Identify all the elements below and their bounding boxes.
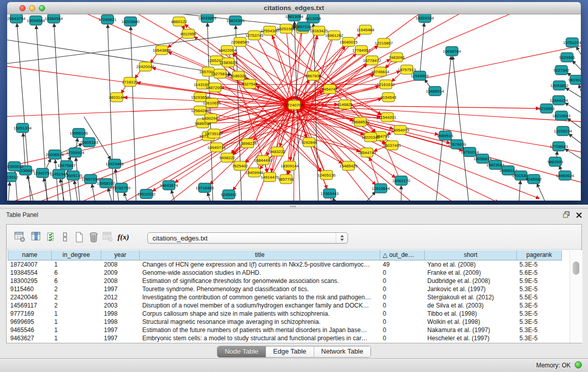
table-cell-name[interactable]: 9463627 — [8, 334, 52, 342]
network-node[interactable]: 15485914 — [426, 86, 444, 96]
network-node[interactable]: 12923465 — [105, 159, 124, 168]
table-cell-name[interactable]: 18724007 — [8, 260, 52, 269]
window-titlebar[interactable]: citations_edges.txt — [7, 2, 581, 14]
table-cell-out_de[interactable]: 49 — [380, 260, 425, 269]
network-node[interactable]: 11544909 — [411, 71, 429, 80]
scrollbar-thumb[interactable] — [573, 261, 579, 275]
network-node[interactable]: 15751074 — [563, 38, 581, 47]
network-node[interactable]: 7483093 — [388, 53, 405, 62]
table-cell-out_de[interactable]: 0 — [380, 277, 425, 285]
delete-table-button[interactable] — [88, 231, 100, 243]
table-row[interactable]: 1938455462009Genome-wide association stu… — [8, 269, 581, 277]
table-cell-out_de[interactable]: 0 — [380, 269, 425, 277]
table-cell-short[interactable]: Nakamura et al. (1997) — [425, 326, 517, 334]
table-cell-year[interactable]: 1997 — [101, 326, 140, 334]
network-node[interactable]: 20605163 — [80, 138, 98, 147]
table-row[interactable]: 969969511998Structural magnetic resonanc… — [8, 318, 581, 326]
network-node[interactable]: 16975887 — [57, 161, 76, 170]
table-row[interactable]: 1872400712008Changes of HCN gene express… — [8, 260, 581, 269]
table-cell-name[interactable]: 18300295 — [8, 277, 52, 285]
table-cell-out_de[interactable]: 0 — [380, 334, 425, 342]
column-header-pagerank[interactable]: pagerank — [517, 250, 562, 260]
table-cell-short[interactable]: Jankovic et al. (1997) — [425, 285, 517, 293]
network-node[interactable]: 9329966 — [559, 53, 575, 62]
table-row[interactable]: 1830029562008Estimation of significance … — [8, 277, 581, 285]
network-node[interactable]: 12610644 — [372, 184, 390, 193]
network-node[interactable]: 7857224 — [295, 22, 312, 31]
table-cell-title[interactable]: Structural magnetic resonance image aver… — [140, 318, 380, 326]
column-settings-button[interactable] — [30, 231, 42, 243]
table-cell-short[interactable]: Tibbo et al. (1998) — [425, 310, 517, 318]
network-node[interactable]: 9146821 — [337, 100, 353, 109]
table-cell-in_degree[interactable]: 1 — [52, 334, 101, 342]
network-node[interactable]: 9245402 — [221, 190, 237, 199]
panel-splitter[interactable] — [0, 205, 588, 208]
table-cell-title[interactable]: Changes of HCN gene expression and I(f) … — [140, 260, 380, 269]
table-cell-year[interactable]: 2012 — [101, 293, 140, 301]
table-cell-year[interactable]: 2009 — [101, 269, 140, 277]
network-node[interactable]: 11545488 — [357, 25, 375, 34]
table-cell-year[interactable]: 2003 — [101, 301, 140, 310]
table-cell-title[interactable]: Corpus callosum shape and size in male p… — [140, 310, 380, 318]
table-row[interactable]: 1456911722003Disruption of a novel membe… — [8, 301, 581, 310]
network-node[interactable]: 22068589 — [231, 37, 249, 47]
network-node[interactable]: 15824305 — [226, 16, 245, 25]
network-node[interactable]: 8454743 — [321, 84, 338, 94]
network-node[interactable]: 12093852 — [550, 81, 569, 90]
network-node[interactable]: 8186328 — [230, 71, 247, 80]
network-node[interactable]: 8912955 — [180, 29, 197, 38]
table-cell-year[interactable]: 1997 — [101, 285, 140, 293]
network-node[interactable]: 9857791 — [278, 174, 294, 184]
column-header-year[interactable]: year — [101, 250, 140, 260]
table-cell-year[interactable]: 1998 — [101, 318, 140, 326]
table-cell-name[interactable]: 9699695 — [8, 318, 52, 326]
column-header-name[interactable]: name — [8, 250, 52, 260]
table-cell-in_degree[interactable]: 6 — [52, 277, 101, 285]
network-node[interactable]: 22420046 — [136, 62, 155, 71]
table-row[interactable]: 911546021997Tourette syndrome. Phenomeno… — [8, 285, 581, 293]
table-cell-in_degree[interactable]: 6 — [52, 269, 101, 277]
table-cell-title[interactable]: Estimation of significance thresholds fo… — [140, 277, 380, 285]
table-cell-year[interactable]: 2008 — [101, 277, 140, 285]
network-node[interactable]: 18384564 — [45, 14, 63, 23]
network-node[interactable]: 11583612 — [220, 58, 238, 67]
network-node[interactable]: 19094568 — [27, 16, 45, 25]
network-node[interactable]: 9819024 — [568, 75, 581, 84]
table-cell-pagerank[interactable]: 5.3E-5 — [517, 301, 562, 310]
column-header-short[interactable]: short — [425, 250, 517, 260]
network-node[interactable]: 3915912 — [7, 172, 18, 182]
float-panel-icon[interactable] — [563, 211, 570, 220]
new-table-button[interactable] — [73, 231, 85, 243]
network-node[interactable]: 2803144 — [108, 93, 125, 102]
network-node[interactable]: 14954975 — [391, 125, 409, 135]
table-cell-out_de[interactable]: 0 — [380, 293, 425, 301]
network-node[interactable]: 17363443 — [320, 189, 339, 198]
network-node[interactable]: 16203660 — [121, 17, 140, 26]
table-cell-in_degree[interactable]: 1 — [52, 310, 101, 318]
table-cell-in_degree[interactable]: 1 — [52, 326, 101, 334]
table-cell-pagerank[interactable]: 5.6E-5 — [517, 269, 562, 277]
table-cell-title[interactable]: Tourette syndrome. Phenomenology and cla… — [140, 285, 380, 293]
table-cell-short[interactable]: Stergiakouli et al. (2012) — [425, 293, 517, 301]
table-cell-out_de[interactable]: 0 — [380, 318, 425, 326]
network-node[interactable]: 16033809 — [198, 14, 216, 23]
network-node[interactable]: 2718120 — [122, 77, 138, 86]
network-node[interactable]: 18324104 — [416, 14, 434, 23]
table-cell-name[interactable]: 14569117 — [8, 301, 52, 310]
table-cell-year[interactable]: 1998 — [101, 310, 140, 318]
network-node[interactable]: 9154543 — [380, 93, 397, 102]
network-node[interactable]: 15688520 — [351, 117, 369, 126]
network-node[interactable]: 18422004 — [218, 46, 236, 55]
table-cell-title[interactable]: Embryonic stem cells: a model to study s… — [140, 334, 380, 342]
table-cell-pagerank[interactable]: 5.3E-5 — [517, 285, 562, 293]
table-cell-title[interactable]: Investigating the contribution of common… — [140, 293, 380, 301]
column-header-title[interactable]: title — [140, 250, 380, 260]
close-panel-icon[interactable] — [576, 211, 582, 220]
network-node[interactable]: 15718485 — [195, 183, 214, 192]
table-cell-in_degree[interactable]: 2 — [52, 285, 101, 293]
network-node[interactable]: 16648784 — [443, 47, 461, 56]
network-node[interactable]: 19956106 — [70, 128, 88, 138]
select-columns-button[interactable] — [46, 231, 58, 243]
table-cell-pagerank[interactable]: 5.3E-5 — [517, 310, 562, 318]
table-cell-title[interactable]: Estimation of the future numbers of pati… — [140, 326, 380, 334]
